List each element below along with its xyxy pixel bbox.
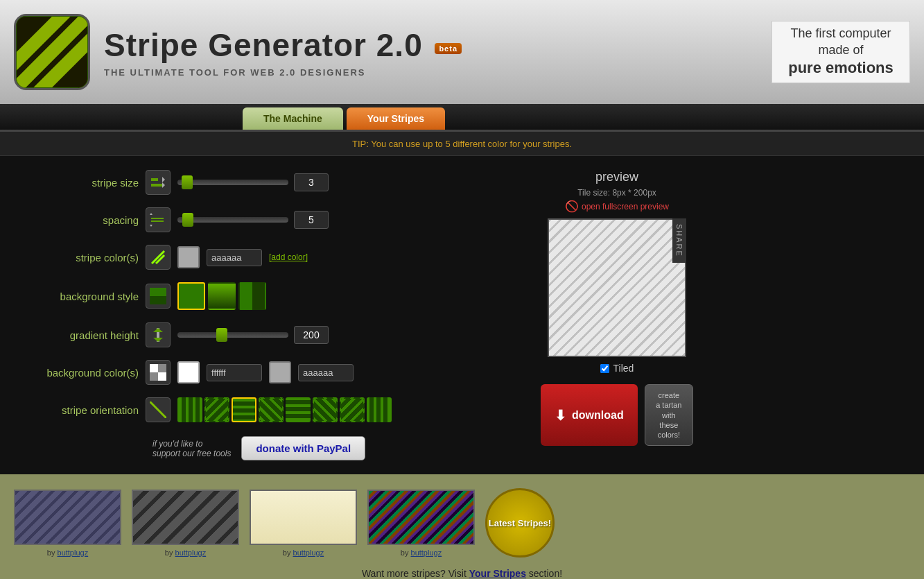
stripe-size-icon xyxy=(146,170,171,195)
gradient-height-label: gradient height xyxy=(14,329,139,341)
gallery-item-3: by buttplugz xyxy=(250,490,357,557)
gallery-author-link-1[interactable]: buttplugz xyxy=(58,548,89,557)
orient-btn-5[interactable] xyxy=(313,397,338,422)
preview-box xyxy=(548,218,686,357)
svg-rect-23 xyxy=(150,372,158,381)
ad-banner[interactable]: The first computermade ofpure emotions xyxy=(772,21,910,83)
svg-rect-22 xyxy=(158,364,166,372)
svg-rect-5 xyxy=(151,178,158,181)
stripe-color-label: stripe color(s) xyxy=(14,252,139,263)
gradient-height-icon xyxy=(146,322,171,347)
orientation-label: stripe orientation xyxy=(14,404,139,416)
header-left: Stripe Generator 2.0 beta THE ULTIMATE T… xyxy=(14,14,462,90)
svg-marker-8 xyxy=(162,182,165,188)
stripe-size-row: stripe size 3 xyxy=(14,170,527,195)
gallery-author-link-3[interactable]: buttplugz xyxy=(293,548,324,557)
logo-icon xyxy=(14,14,90,90)
gallery-section: by buttplugz by buttplugz by buttplugz b… xyxy=(0,474,924,579)
add-color-link[interactable]: [add color] xyxy=(269,252,308,262)
gradient-height-input[interactable]: 200 xyxy=(294,326,329,344)
bg-style-icon xyxy=(146,284,171,309)
orient-btn-3[interactable] xyxy=(259,397,284,422)
gradient-height-slider-container: 200 xyxy=(177,326,527,344)
bg-style-label: background style xyxy=(14,291,139,302)
bg-style-solid-btn[interactable] xyxy=(177,282,205,310)
stripe-color-row: stripe color(s) [add color] xyxy=(14,245,527,270)
donate-text: if you'd like to support our free tools xyxy=(152,439,231,458)
gallery-item-4: by buttplugz xyxy=(367,490,475,557)
gallery-by-4: by buttplugz xyxy=(401,548,442,557)
tip-text: TIP: You can use up to 5 different color… xyxy=(352,139,572,149)
gallery-thumb-2 xyxy=(132,490,239,545)
tile-size-label: Tile size: 8px * 200px xyxy=(577,188,656,198)
bg-color-hex-input-1[interactable] xyxy=(207,364,262,381)
preview-panel: preview Tile size: 8px * 200px 🚫 open fu… xyxy=(541,170,693,460)
spacing-row: spacing 5 xyxy=(14,207,527,232)
svg-rect-17 xyxy=(150,296,166,304)
svg-line-26 xyxy=(150,401,166,418)
gradient-height-slider[interactable] xyxy=(177,332,288,338)
stripe-color-icon xyxy=(146,245,171,270)
controls-panel: stripe size 3 spacing 5 stripe color(s) xyxy=(14,170,527,460)
latest-stripes-button[interactable]: Latest Stripes! xyxy=(485,488,555,558)
paypal-donate-button[interactable]: donate with PayPal xyxy=(241,436,365,460)
donate-section: if you'd like to support our free tools … xyxy=(14,436,527,460)
stripe-size-slider[interactable] xyxy=(177,180,288,185)
your-stripes-link[interactable]: Your Stripes xyxy=(469,568,526,579)
tiled-checkbox[interactable] xyxy=(600,364,609,373)
app-title: Stripe Generator 2.0 beta xyxy=(104,26,462,64)
bg-color-icon xyxy=(146,360,171,385)
orient-btn-2[interactable] xyxy=(232,397,256,422)
orientation-row: stripe orientation xyxy=(14,397,527,422)
gallery-by-3: by buttplugz xyxy=(283,548,324,557)
bg-color-hex-input-2[interactable] xyxy=(298,364,354,381)
tip-bar: TIP: You can use up to 5 different color… xyxy=(0,132,924,156)
header-title: Stripe Generator 2.0 beta THE ULTIMATE T… xyxy=(104,26,462,78)
orient-btn-7[interactable] xyxy=(367,397,392,422)
svg-marker-11 xyxy=(150,213,152,215)
orient-btn-6[interactable] xyxy=(340,397,365,422)
svg-rect-21 xyxy=(150,364,158,372)
bg-color-swatch-1[interactable] xyxy=(177,361,200,383)
tartan-button[interactable]: create a tartan with these colors! xyxy=(645,384,693,446)
download-arrow-icon: ⬇ xyxy=(555,407,566,424)
tab-machine[interactable]: The Machine xyxy=(243,107,343,130)
bg-style-row: background style xyxy=(14,282,527,310)
bg-style-icons xyxy=(177,282,266,310)
download-button[interactable]: ⬇ download xyxy=(541,384,638,446)
tab-stripes[interactable]: Your Stripes xyxy=(347,107,445,130)
stripe-color-hex-input[interactable] xyxy=(207,249,262,266)
ad-text: The first computermade ofpure emotions xyxy=(788,26,894,78)
orient-btn-1[interactable] xyxy=(204,397,229,422)
action-buttons: ⬇ download create a tartan with these co… xyxy=(541,384,693,446)
bg-style-gradient-btn[interactable] xyxy=(208,282,236,310)
share-bar[interactable]: SHARE xyxy=(672,218,686,263)
gallery-thumb-4 xyxy=(367,490,475,545)
spacing-input[interactable]: 5 xyxy=(294,211,329,229)
fullscreen-link[interactable]: 🚫 open fullscreen preview xyxy=(565,200,669,213)
header: Stripe Generator 2.0 beta THE ULTIMATE T… xyxy=(0,0,924,104)
stripe-color-swatch[interactable] xyxy=(177,246,200,268)
gallery-thumb-3 xyxy=(250,490,357,545)
svg-rect-16 xyxy=(150,288,166,296)
svg-marker-20 xyxy=(153,338,163,342)
beta-badge: beta xyxy=(435,43,462,54)
svg-marker-12 xyxy=(150,225,152,227)
header-subtitle: THE ULTIMATE TOOL FOR WEB 2.0 DESIGNERS xyxy=(104,67,462,78)
gallery-author-link-2[interactable]: buttplugz xyxy=(175,548,207,557)
svg-rect-10 xyxy=(151,221,164,222)
tiled-label: Tiled xyxy=(613,363,634,374)
orient-btn-4[interactable] xyxy=(286,397,311,422)
orient-btn-0[interactable] xyxy=(177,397,202,422)
bg-style-split-btn[interactable] xyxy=(238,282,266,310)
spacing-slider[interactable] xyxy=(177,217,288,223)
stripe-size-slider-container: 3 xyxy=(177,173,527,191)
stripe-size-input[interactable]: 3 xyxy=(294,173,329,191)
gallery-author-link-4[interactable]: buttplugz xyxy=(411,548,442,557)
spacing-icon xyxy=(146,207,171,232)
spacing-slider-container: 5 xyxy=(177,211,527,229)
gallery-by-2: by buttplugz xyxy=(165,548,206,557)
bg-color-swatch-2[interactable] xyxy=(269,361,291,383)
bg-color-row: background color(s) xyxy=(14,360,527,385)
orientation-icon xyxy=(146,397,171,422)
